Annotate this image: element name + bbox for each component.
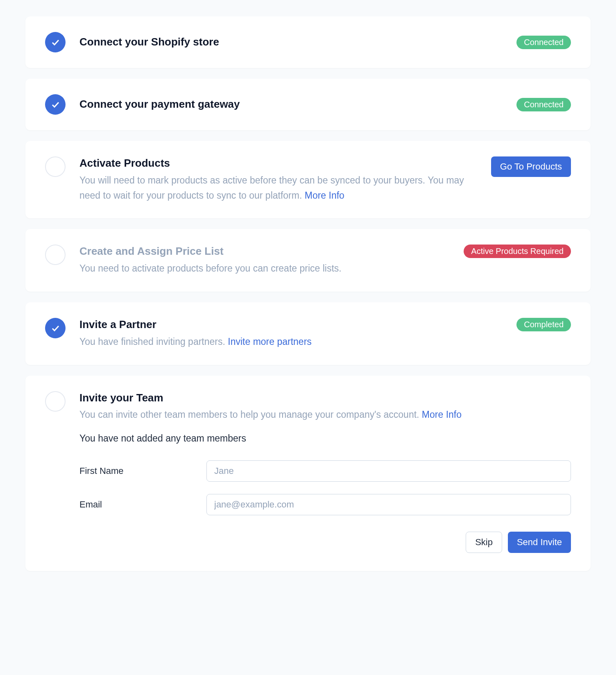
- status-complete-icon: [45, 94, 66, 115]
- required-badge: Active Products Required: [464, 245, 571, 258]
- step-invite-partner: Invite a Partner You have finished invit…: [25, 302, 591, 365]
- step-price-list: Create and Assign Price List You need to…: [25, 229, 591, 292]
- email-label: Email: [79, 499, 194, 510]
- skip-button[interactable]: Skip: [466, 532, 502, 553]
- step-connect-shopify: Connect your Shopify store Connected: [25, 16, 591, 68]
- status-complete-icon: [45, 318, 66, 338]
- step-activate-products: Activate Products You will need to mark …: [25, 141, 591, 218]
- check-icon: [50, 37, 60, 47]
- first-name-label: First Name: [79, 466, 194, 476]
- more-info-link[interactable]: More Info: [422, 409, 462, 420]
- more-info-link[interactable]: More Info: [305, 190, 344, 201]
- step-title: Connect your Shopify store: [79, 35, 503, 49]
- go-to-products-button[interactable]: Go To Products: [491, 156, 571, 177]
- step-description: You can invite other team members to hel…: [79, 407, 571, 422]
- first-name-input[interactable]: [206, 460, 571, 482]
- connected-badge: Connected: [516, 98, 571, 111]
- step-title: Connect your payment gateway: [79, 97, 503, 111]
- status-incomplete-icon: [45, 391, 66, 412]
- connected-badge: Connected: [516, 36, 571, 49]
- step-invite-team: Invite your Team You can invite other te…: [25, 376, 591, 571]
- email-input[interactable]: [206, 494, 571, 515]
- onboarding-steps: Connect your Shopify store Connected Con…: [25, 16, 591, 571]
- step-description: You will need to mark products as active…: [79, 173, 477, 203]
- empty-team-note: You have not added any team members: [79, 431, 571, 446]
- invite-more-partners-link[interactable]: Invite more partners: [228, 336, 312, 347]
- status-incomplete-icon: [45, 156, 66, 177]
- step-connect-payment: Connect your payment gateway Connected: [25, 79, 591, 130]
- status-complete-icon: [45, 32, 66, 52]
- step-title: Invite a Partner: [79, 318, 503, 332]
- check-icon: [50, 100, 60, 109]
- completed-badge: Completed: [516, 318, 571, 331]
- status-incomplete-icon: [45, 245, 66, 265]
- step-title: Invite your Team: [79, 391, 571, 405]
- check-icon: [50, 323, 60, 333]
- invite-team-form: First Name Email Skip Send Invite: [79, 460, 571, 553]
- step-title: Activate Products: [79, 156, 477, 170]
- step-description: You need to activate products before you…: [79, 261, 450, 276]
- step-description: You have finished inviting partners. Inv…: [79, 334, 503, 349]
- step-title: Create and Assign Price List: [79, 245, 450, 258]
- send-invite-button[interactable]: Send Invite: [508, 532, 571, 553]
